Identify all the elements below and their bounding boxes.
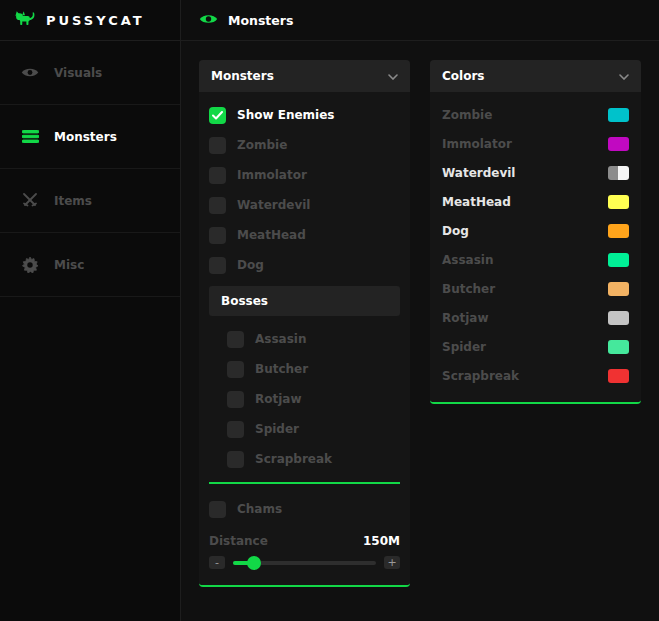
color-row-butcher: Butcher bbox=[440, 274, 631, 303]
checkbox-butcher[interactable]: Butcher bbox=[227, 354, 400, 384]
bosses-section-title: Bosses bbox=[221, 294, 268, 308]
brand-title: PUSSYCAT bbox=[46, 13, 145, 28]
checkbox-box[interactable] bbox=[209, 257, 226, 274]
sidebar-item-visuals[interactable]: Visuals bbox=[0, 41, 180, 105]
sidebar-item-label: Misc bbox=[54, 258, 84, 272]
color-swatch[interactable] bbox=[608, 253, 629, 267]
color-row-immolator: Immolator bbox=[440, 129, 631, 158]
slider-increment-button[interactable]: + bbox=[384, 556, 400, 569]
chevron-down-icon bbox=[619, 69, 629, 83]
color-swatch[interactable] bbox=[608, 108, 629, 122]
sidebar-item-label: Visuals bbox=[54, 66, 102, 80]
checkbox-label: Spider bbox=[255, 422, 299, 436]
checkbox-box[interactable] bbox=[209, 227, 226, 244]
checkbox-label: Dog bbox=[237, 258, 264, 272]
color-swatch[interactable] bbox=[608, 166, 629, 180]
checkbox-show-enemies[interactable]: Show Enemies bbox=[209, 100, 400, 130]
sidebar-item-label: Monsters bbox=[54, 130, 117, 144]
content-area: Monsters Show Enemies Zombie bbox=[181, 41, 659, 621]
color-swatch[interactable] bbox=[608, 137, 629, 151]
checkbox-label: Zombie bbox=[237, 138, 287, 152]
app-window: PUSSYCAT Visuals Monsters bbox=[0, 0, 659, 621]
distance-value: 150M bbox=[363, 534, 400, 548]
monsters-panel-header[interactable]: Monsters bbox=[199, 60, 410, 92]
checkbox-chams[interactable]: Chams bbox=[209, 494, 400, 524]
sidebar-header: PUSSYCAT bbox=[0, 0, 180, 41]
checkbox-immolator[interactable]: Immolator bbox=[209, 160, 400, 190]
checkbox-zombie[interactable]: Zombie bbox=[209, 130, 400, 160]
topbar: Monsters bbox=[181, 0, 659, 41]
eye-icon bbox=[20, 66, 40, 79]
checkbox-box[interactable] bbox=[209, 167, 226, 184]
check-icon bbox=[212, 111, 223, 120]
color-label: Dog bbox=[442, 224, 469, 238]
bosses-group: Assasin Butcher Rotjaw Spider bbox=[209, 324, 400, 484]
color-row-scrapbreak: Scrapbreak bbox=[440, 361, 631, 390]
checkbox-box[interactable] bbox=[209, 107, 226, 124]
colors-panel: Colors Zombie Immolator Water bbox=[430, 60, 641, 404]
list-icon bbox=[20, 130, 40, 143]
checkbox-label: Assasin bbox=[255, 332, 306, 346]
color-swatch[interactable] bbox=[608, 369, 629, 383]
sidebar-item-monsters[interactable]: Monsters bbox=[0, 105, 180, 169]
sidebar-item-items[interactable]: Items bbox=[0, 169, 180, 233]
gear-icon bbox=[20, 257, 40, 273]
checkbox-label: Immolator bbox=[237, 168, 307, 182]
slider-track[interactable] bbox=[233, 561, 376, 565]
color-label: MeatHead bbox=[442, 195, 511, 209]
checkbox-box[interactable] bbox=[209, 197, 226, 214]
color-label: Immolator bbox=[442, 137, 512, 151]
colors-panel-title: Colors bbox=[442, 69, 484, 83]
color-swatch[interactable] bbox=[608, 340, 629, 354]
color-label: Zombie bbox=[442, 108, 492, 122]
color-row-meathead: MeatHead bbox=[440, 187, 631, 216]
slider-decrement-button[interactable]: - bbox=[209, 556, 225, 569]
color-label: Spider bbox=[442, 340, 486, 354]
checkbox-label: Show Enemies bbox=[237, 108, 334, 122]
cat-icon bbox=[14, 9, 36, 31]
checkbox-box[interactable] bbox=[209, 501, 226, 518]
sidebar-spacer bbox=[0, 297, 180, 621]
checkbox-box[interactable] bbox=[209, 137, 226, 154]
color-label: Assasin bbox=[442, 253, 493, 267]
swords-icon bbox=[20, 193, 40, 208]
sidebar-item-label: Items bbox=[54, 194, 92, 208]
color-row-waterdevil: Waterdevil bbox=[440, 158, 631, 187]
main-area: Monsters Monsters Show Enemies bbox=[181, 0, 659, 621]
bosses-section-header[interactable]: Bosses bbox=[209, 286, 400, 316]
distance-row: Distance 150M bbox=[209, 530, 400, 552]
checkbox-meathead[interactable]: MeatHead bbox=[209, 220, 400, 250]
sidebar-item-misc[interactable]: Misc bbox=[0, 233, 180, 297]
checkbox-dog[interactable]: Dog bbox=[209, 250, 400, 280]
color-row-dog: Dog bbox=[440, 216, 631, 245]
slider-thumb[interactable] bbox=[247, 556, 261, 570]
checkbox-box[interactable] bbox=[227, 421, 244, 438]
color-swatch[interactable] bbox=[608, 224, 629, 238]
sidebar: PUSSYCAT Visuals Monsters bbox=[0, 0, 181, 621]
color-label: Scrapbreak bbox=[442, 369, 519, 383]
checkbox-assasin[interactable]: Assasin bbox=[227, 324, 400, 354]
checkbox-box[interactable] bbox=[227, 361, 244, 378]
color-swatch[interactable] bbox=[608, 195, 629, 209]
checkbox-box[interactable] bbox=[227, 451, 244, 468]
eye-icon bbox=[199, 11, 218, 30]
checkbox-label: Rotjaw bbox=[255, 392, 302, 406]
checkbox-box[interactable] bbox=[227, 391, 244, 408]
checkbox-scrapbreak[interactable]: Scrapbreak bbox=[227, 444, 400, 474]
chevron-down-icon bbox=[388, 69, 398, 83]
checkbox-label: Butcher bbox=[255, 362, 308, 376]
color-row-assasin: Assasin bbox=[440, 245, 631, 274]
checkbox-box[interactable] bbox=[227, 331, 244, 348]
color-label: Rotjaw bbox=[442, 311, 489, 325]
checkbox-rotjaw[interactable]: Rotjaw bbox=[227, 384, 400, 414]
color-swatch[interactable] bbox=[608, 282, 629, 296]
colors-panel-padding bbox=[440, 390, 631, 402]
checkbox-waterdevil[interactable]: Waterdevil bbox=[209, 190, 400, 220]
checkbox-spider[interactable]: Spider bbox=[227, 414, 400, 444]
colors-panel-header[interactable]: Colors bbox=[430, 60, 641, 92]
checkbox-label: Scrapbreak bbox=[255, 452, 332, 466]
checkbox-label: MeatHead bbox=[237, 228, 306, 242]
monsters-panel-body: Show Enemies Zombie Immolator Waterdevil bbox=[199, 92, 410, 585]
color-swatch[interactable] bbox=[608, 311, 629, 325]
page-title: Monsters bbox=[228, 13, 293, 28]
